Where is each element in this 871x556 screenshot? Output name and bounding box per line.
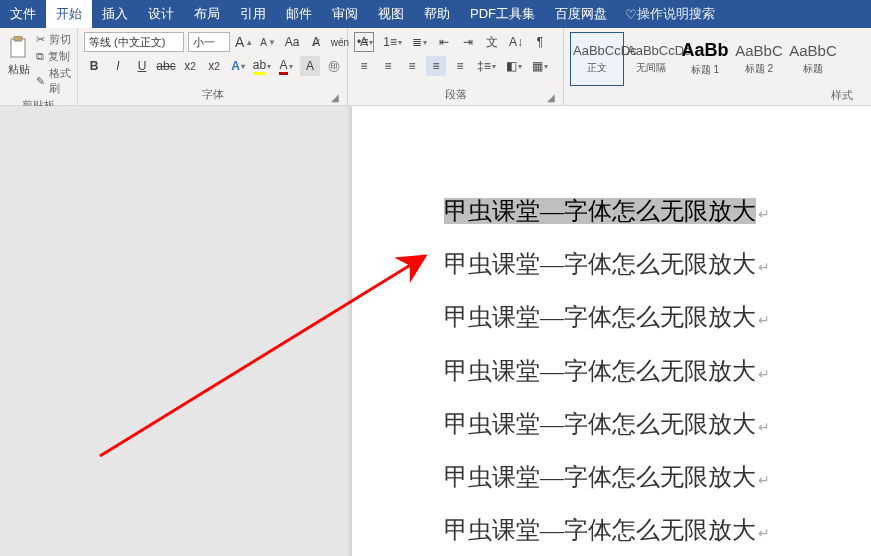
scissors-icon: ✂	[36, 33, 45, 46]
doc-line[interactable]: 甲虫课堂—字体怎么无限放大↵	[444, 249, 871, 280]
copy-icon: ⧉	[36, 50, 44, 63]
tab-mailings[interactable]: 邮件	[276, 0, 322, 28]
doc-line[interactable]: 甲虫课堂—字体怎么无限放大↵	[444, 409, 871, 440]
paste-label: 粘贴	[8, 62, 30, 77]
tab-file[interactable]: 文件	[0, 0, 46, 28]
brush-icon: ✎	[36, 75, 45, 88]
paragraph-group-label: 段落 ◢	[354, 85, 557, 105]
doc-line[interactable]: 甲虫课堂—字体怎么无限放大↵	[444, 462, 871, 493]
shrink-font-button[interactable]: A▼	[258, 32, 278, 52]
tab-pdf-tools[interactable]: PDF工具集	[460, 0, 545, 28]
font-color-button[interactable]: A▾	[276, 56, 296, 76]
group-paragraph: •≡▾ 1≡▾ ≣▾ ⇤ ⇥ 文 A↓ ¶ ≡ ≡ ≡ ≡ ≡ ‡≡▾ ◧▾ ▦…	[348, 28, 564, 105]
return-mark-icon: ↵	[758, 473, 770, 488]
return-mark-icon: ↵	[758, 207, 770, 222]
cut-label: 剪切	[49, 32, 71, 47]
group-styles: AaBbCcDc 正文 AaBbCcDc 无间隔 AaBb 标题 1 AaBbC…	[564, 28, 871, 105]
italic-button[interactable]: I	[108, 56, 128, 76]
line-spacing-button[interactable]: ‡≡▾	[474, 56, 499, 76]
style-name: 标题 1	[681, 63, 729, 77]
text-direction-button[interactable]: 文	[482, 32, 502, 52]
tell-me-label: 操作说明搜索	[637, 5, 715, 23]
justify-button[interactable]: ≡	[426, 56, 446, 76]
shading-button[interactable]: ◧▾	[503, 56, 525, 76]
align-right-button[interactable]: ≡	[402, 56, 422, 76]
strikethrough-button[interactable]: abc	[156, 56, 176, 76]
paragraph-launcher-icon[interactable]: ◢	[547, 92, 555, 103]
underline-button[interactable]: U	[132, 56, 152, 76]
styles-group-label: 样式	[570, 86, 865, 106]
borders-button[interactable]: ▦▾	[529, 56, 551, 76]
style-preview: AaBbC	[789, 43, 837, 58]
tab-references[interactable]: 引用	[230, 0, 276, 28]
style-normal[interactable]: AaBbCcDc 正文	[570, 32, 624, 86]
doc-line[interactable]: 甲虫课堂—字体怎么无限放大↵	[444, 515, 871, 546]
group-clipboard: 粘贴 ✂剪切 ⧉复制 ✎格式刷 剪贴板 ◢	[0, 28, 78, 105]
tab-review[interactable]: 审阅	[322, 0, 368, 28]
font-launcher-icon[interactable]: ◢	[331, 92, 339, 103]
style-name: 标题 2	[735, 62, 783, 76]
align-center-button[interactable]: ≡	[378, 56, 398, 76]
tab-design[interactable]: 设计	[138, 0, 184, 28]
grow-font-button[interactable]: A▲	[234, 32, 254, 52]
subscript-button[interactable]: x2	[180, 56, 200, 76]
font-size-combo[interactable]	[188, 32, 230, 52]
tab-view[interactable]: 视图	[368, 0, 414, 28]
sort-button[interactable]: A↓	[506, 32, 526, 52]
style-preview: AaBb	[681, 41, 729, 59]
tell-me-search[interactable]: ♡ 操作说明搜索	[617, 0, 723, 28]
group-font: A▲ A▼ Aa A̷ wén A B I U abc x2 x2 A▾ ab▾…	[78, 28, 348, 105]
tab-baidu-netdisk[interactable]: 百度网盘	[545, 0, 617, 28]
increase-indent-button[interactable]: ⇥	[458, 32, 478, 52]
text-effects-button[interactable]: A▾	[228, 56, 248, 76]
decrease-indent-button[interactable]: ⇤	[434, 32, 454, 52]
superscript-button[interactable]: x2	[204, 56, 224, 76]
change-case-button[interactable]: Aa	[282, 32, 302, 52]
document-workspace: I 甲虫课堂—字体怎么无限放大↵ 甲虫课堂—字体怎么无限放大↵ 甲虫课堂—字体怎…	[0, 106, 871, 556]
return-mark-icon: ↵	[758, 420, 770, 435]
font-group-label: 字体 ◢	[84, 85, 341, 105]
format-painter-label: 格式刷	[49, 66, 71, 96]
style-gallery: AaBbCcDc 正文 AaBbCcDc 无间隔 AaBb 标题 1 AaBbC…	[570, 32, 840, 86]
return-mark-icon: ↵	[758, 313, 770, 328]
highlight-color-button[interactable]: ab▾	[252, 56, 272, 76]
distributed-button[interactable]: ≡	[450, 56, 470, 76]
style-name: 正文	[573, 61, 621, 75]
phonetic-guide-button[interactable]: wén	[330, 32, 350, 52]
paste-icon	[8, 36, 30, 62]
style-preview: AaBbCcDc	[627, 44, 675, 57]
style-heading-1[interactable]: AaBb 标题 1	[678, 32, 732, 86]
tab-home[interactable]: 开始	[46, 0, 92, 28]
tab-layout[interactable]: 布局	[184, 0, 230, 28]
align-left-button[interactable]: ≡	[354, 56, 374, 76]
copy-button[interactable]: ⧉复制	[36, 49, 71, 64]
show-marks-button[interactable]: ¶	[530, 32, 550, 52]
cut-button[interactable]: ✂剪切	[36, 32, 71, 47]
multilevel-list-button[interactable]: ≣▾	[409, 32, 430, 52]
style-no-spacing[interactable]: AaBbCcDc 无间隔	[624, 32, 678, 86]
tab-insert[interactable]: 插入	[92, 0, 138, 28]
bullets-button[interactable]: •≡▾	[354, 32, 376, 52]
tab-help[interactable]: 帮助	[414, 0, 460, 28]
return-mark-icon: ↵	[758, 260, 770, 275]
char-shading-button[interactable]: A	[300, 56, 320, 76]
doc-line[interactable]: 甲虫课堂—字体怎么无限放大↵	[444, 302, 871, 333]
style-title[interactable]: AaBbC 标题	[786, 32, 840, 86]
lightbulb-icon: ♡	[625, 7, 637, 22]
svg-rect-0	[11, 39, 25, 57]
format-painter-button[interactable]: ✎格式刷	[36, 66, 71, 96]
copy-label: 复制	[48, 49, 70, 64]
doc-line[interactable]: 甲虫课堂—字体怎么无限放大↵	[444, 356, 871, 387]
document-page[interactable]: 甲虫课堂—字体怎么无限放大↵ 甲虫课堂—字体怎么无限放大↵ 甲虫课堂—字体怎么无…	[352, 106, 871, 556]
clear-formatting-button[interactable]: A̷	[306, 32, 326, 52]
bold-button[interactable]: B	[84, 56, 104, 76]
tab-strip: 文件 开始 插入 设计 布局 引用 邮件 审阅 视图 帮助 PDF工具集 百度网…	[0, 0, 871, 28]
numbering-button[interactable]: 1≡▾	[380, 32, 405, 52]
enclose-char-button[interactable]: ㊞	[324, 56, 344, 76]
doc-line[interactable]: 甲虫课堂—字体怎么无限放大↵	[444, 196, 871, 227]
return-mark-icon: ↵	[758, 367, 770, 382]
font-name-combo[interactable]	[84, 32, 184, 52]
ribbon: 粘贴 ✂剪切 ⧉复制 ✎格式刷 剪贴板 ◢ A▲ A▼ Aa A̷ wén A	[0, 28, 871, 106]
paste-button[interactable]: 粘贴	[6, 32, 32, 80]
style-heading-2[interactable]: AaBbC 标题 2	[732, 32, 786, 86]
